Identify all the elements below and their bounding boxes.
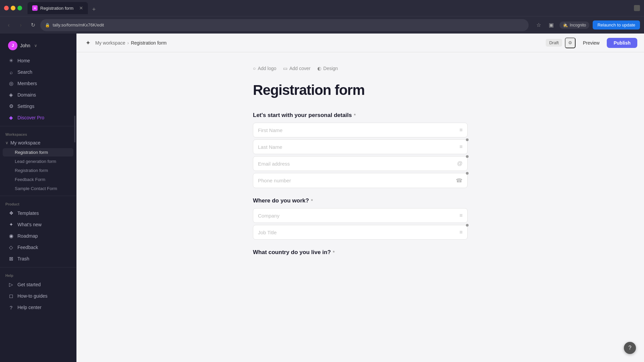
form-title[interactable]: Registration form bbox=[253, 82, 468, 99]
sidebar-item-whats-new[interactable]: ✦ What's new bbox=[3, 219, 73, 230]
sidebar-discover-pro-label: Discover Pro bbox=[17, 115, 44, 120]
sidebar-item-help-center[interactable]: ? Help center bbox=[3, 302, 73, 313]
split-view-icon[interactable]: ▣ bbox=[547, 20, 556, 30]
phone-icon: ☎ bbox=[456, 177, 463, 184]
minimize-window-button[interactable] bbox=[11, 6, 15, 10]
forward-button[interactable]: › bbox=[16, 20, 25, 30]
email-field[interactable]: @ bbox=[253, 156, 468, 171]
workspace-item-registration-form-2[interactable]: Registration form bbox=[3, 166, 73, 175]
job-title-required-dot bbox=[466, 224, 469, 227]
help-section-title: Help bbox=[0, 270, 76, 279]
app: J John ∨ ✳ Home ⌕ Search ◎ Members ◈ Dom… bbox=[0, 34, 644, 362]
navigation-bar: ‹ › ↻ 🔒 tally.so/forms/mKx76K/edit ☆ ▣ 🕵… bbox=[0, 16, 644, 34]
product-section-title: Product bbox=[0, 199, 76, 207]
sidebar-roadmap-label: Roadmap bbox=[17, 233, 38, 239]
breadcrumb-separator-1: › bbox=[127, 40, 129, 46]
add-cover-button[interactable]: ▭ Add cover bbox=[283, 66, 311, 71]
sidebar-search-label: Search bbox=[17, 69, 32, 75]
publish-button[interactable]: Publish bbox=[607, 38, 637, 48]
sidebar-feedback-label: Feedback bbox=[17, 245, 38, 250]
nav-actions: ☆ ▣ 🕵 Incognito Relaunch to update bbox=[534, 20, 640, 30]
company-drag-icon: ≡ bbox=[460, 213, 463, 219]
tab-close-button[interactable]: ✕ bbox=[79, 5, 83, 11]
address-bar[interactable]: 🔒 tally.so/forms/mKx76K/edit bbox=[40, 19, 529, 31]
sidebar-item-home[interactable]: ✳ Home bbox=[3, 55, 73, 66]
last-name-drag-icon: ≡ bbox=[460, 144, 463, 150]
user-menu[interactable]: J John ∨ bbox=[3, 38, 73, 54]
workspaces-section-title: Workspaces bbox=[0, 129, 76, 138]
settings-icon: ⚙ bbox=[8, 103, 14, 109]
company-input[interactable] bbox=[258, 213, 460, 219]
country-label: What country do you live in? * bbox=[253, 249, 468, 256]
sidebar-item-get-started[interactable]: ▷ Get started bbox=[3, 279, 73, 290]
maximize-window-button[interactable] bbox=[17, 6, 22, 10]
domains-icon: ◈ bbox=[8, 92, 14, 98]
back-button[interactable]: ‹ bbox=[4, 20, 13, 30]
workspace-header[interactable]: ∨ My workspace bbox=[1, 138, 75, 147]
company-field[interactable]: ≡ bbox=[253, 208, 468, 223]
browser-menu-icon[interactable] bbox=[634, 5, 640, 11]
draft-badge: Draft bbox=[546, 39, 562, 47]
how-to-icon: ◻ bbox=[8, 293, 14, 299]
job-title-input[interactable] bbox=[258, 230, 460, 235]
work-section: Where do you work? * ≡ ≡ bbox=[253, 197, 468, 240]
email-required-dot bbox=[466, 155, 469, 158]
sidebar-item-members[interactable]: ◎ Members bbox=[3, 78, 73, 89]
breadcrumb-form: Registration form bbox=[131, 40, 167, 46]
workspace-item-sample-contact[interactable]: Sample Contact Form bbox=[3, 184, 73, 193]
bookmark-icon[interactable]: ☆ bbox=[534, 20, 543, 30]
sidebar-item-search[interactable]: ⌕ Search bbox=[3, 67, 73, 77]
sidebar-item-templates[interactable]: ❖ Templates bbox=[3, 208, 73, 219]
design-label: Design bbox=[323, 66, 338, 71]
trash-icon: ⊠ bbox=[8, 256, 14, 262]
refresh-button[interactable]: ↻ bbox=[28, 20, 38, 30]
url-text: tally.so/forms/mKx76K/edit bbox=[53, 22, 104, 27]
add-logo-button[interactable]: ○ Add logo bbox=[253, 66, 276, 71]
tab-title: Registration form bbox=[40, 6, 73, 11]
form-settings-button[interactable]: ⚙ bbox=[565, 38, 576, 48]
sidebar-item-feedback[interactable]: ◇ Feedback bbox=[3, 242, 73, 253]
last-name-field[interactable]: ≡ bbox=[253, 139, 468, 154]
email-input[interactable] bbox=[258, 161, 457, 167]
sidebar-item-domains[interactable]: ◈ Domains bbox=[3, 89, 73, 100]
job-title-field[interactable]: ≡ bbox=[253, 225, 468, 240]
roadmap-icon: ◉ bbox=[8, 233, 14, 239]
sidebar-item-how-to[interactable]: ◻ How-to guides bbox=[3, 291, 73, 301]
breadcrumb-workspace[interactable]: My workspace bbox=[95, 40, 125, 46]
workspace-item-feedback-form[interactable]: Feedback Form bbox=[3, 175, 73, 184]
tally-logo: ✦ bbox=[83, 38, 93, 48]
form-toolbar: ○ Add logo ▭ Add cover ◐ Design bbox=[253, 66, 468, 71]
sidebar-item-settings[interactable]: ⚙ Settings bbox=[3, 101, 73, 112]
personal-required-star: * bbox=[354, 113, 356, 118]
last-name-input[interactable] bbox=[258, 144, 460, 150]
avatar: J bbox=[8, 41, 17, 50]
personal-details-label: Let's start with your personal details * bbox=[253, 112, 468, 119]
active-tab[interactable]: ✦ Registration form ✕ bbox=[28, 2, 88, 14]
discover-pro-icon: ◆ bbox=[8, 115, 14, 121]
workspace-item-lead-gen[interactable]: Lead generation form bbox=[3, 157, 73, 166]
incognito-icon: 🕵 bbox=[563, 23, 568, 27]
sidebar-item-roadmap[interactable]: ◉ Roadmap bbox=[3, 231, 73, 241]
country-section: What country do you live in? * bbox=[253, 249, 468, 256]
phone-input[interactable] bbox=[258, 178, 456, 183]
first-name-field[interactable]: ≡ bbox=[253, 123, 468, 137]
preview-button[interactable]: Preview bbox=[578, 38, 604, 48]
form-content: ○ Add logo ▭ Add cover ◐ Design Registra… bbox=[246, 52, 474, 292]
incognito-badge[interactable]: 🕵 Incognito bbox=[559, 21, 590, 29]
sidebar-home-label: Home bbox=[17, 58, 30, 63]
close-window-button[interactable] bbox=[4, 6, 9, 10]
phone-field[interactable]: ☎ bbox=[253, 173, 468, 188]
workspace-item-registration-form-1[interactable]: Registration form bbox=[3, 148, 73, 157]
personal-details-section: Let's start with your personal details *… bbox=[253, 112, 468, 188]
design-button[interactable]: ◐ Design bbox=[317, 66, 338, 71]
relaunch-button[interactable]: Relaunch to update bbox=[593, 20, 640, 29]
first-name-input[interactable] bbox=[258, 127, 460, 133]
sidebar-scrollbar[interactable] bbox=[74, 116, 75, 142]
sidebar-item-discover-pro[interactable]: ◆ Discover Pro bbox=[3, 112, 73, 123]
sidebar-item-trash[interactable]: ⊠ Trash bbox=[3, 253, 73, 264]
sidebar-settings-label: Settings bbox=[17, 104, 35, 109]
incognito-label: Incognito bbox=[570, 23, 586, 27]
help-bubble[interactable]: ? bbox=[624, 342, 636, 354]
members-icon: ◎ bbox=[8, 80, 14, 86]
new-tab-button[interactable]: + bbox=[89, 5, 99, 14]
